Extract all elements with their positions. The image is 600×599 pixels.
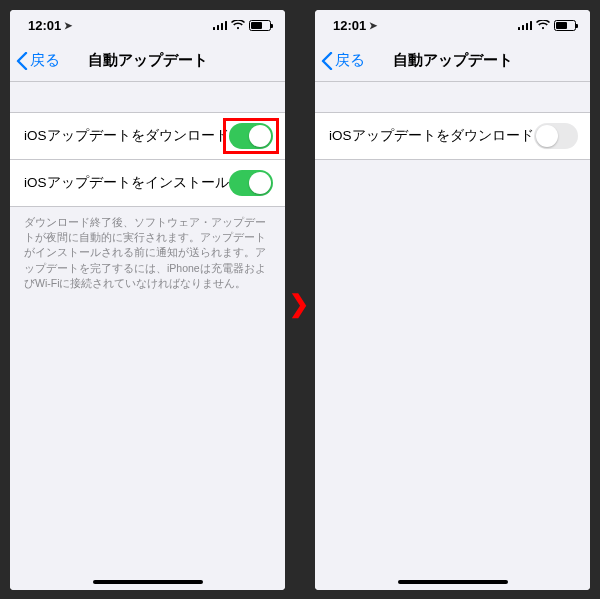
back-button[interactable]: 戻る bbox=[315, 51, 365, 70]
status-time: 12:01 bbox=[28, 18, 61, 33]
row-download-updates[interactable]: iOSアップデートをダウンロード bbox=[10, 112, 285, 160]
nav-bar: 戻る 自動アップデート bbox=[315, 40, 590, 82]
toggle-install-updates[interactable] bbox=[229, 170, 273, 196]
back-button[interactable]: 戻る bbox=[10, 51, 60, 70]
phone-before: 12:01 ➤ 戻る 自動アップデート iOSアップデートをダウンロード iOS… bbox=[10, 10, 285, 590]
row-download-updates[interactable]: iOSアップデートをダウンロード bbox=[315, 112, 590, 160]
row-label: iOSアップデートをインストール bbox=[24, 174, 229, 192]
content-area: iOSアップデートをダウンロード bbox=[315, 82, 590, 590]
row-label: iOSアップデートをダウンロード bbox=[329, 127, 534, 145]
toggle-download-updates[interactable] bbox=[534, 123, 578, 149]
back-label: 戻る bbox=[30, 51, 60, 70]
home-indicator[interactable] bbox=[93, 580, 203, 585]
toggle-download-updates[interactable] bbox=[229, 123, 273, 149]
status-bar: 12:01 ➤ bbox=[315, 10, 590, 40]
battery-icon bbox=[249, 20, 271, 31]
phone-after: 12:01 ➤ 戻る 自動アップデート iOSアップデートをダウンロード bbox=[315, 10, 590, 590]
location-icon: ➤ bbox=[64, 20, 72, 31]
footer-note: ダウンロード終了後、ソフトウェア・アップデートが夜間に自動的に実行されます。アッ… bbox=[10, 207, 285, 291]
signal-icon bbox=[213, 20, 228, 30]
status-bar: 12:01 ➤ bbox=[10, 10, 285, 40]
row-label: iOSアップデートをダウンロード bbox=[24, 127, 229, 145]
nav-bar: 戻る 自動アップデート bbox=[10, 40, 285, 82]
wifi-icon bbox=[536, 20, 550, 30]
signal-icon bbox=[518, 20, 533, 30]
content-area: iOSアップデートをダウンロード iOSアップデートをインストール ダウンロード… bbox=[10, 82, 285, 590]
status-right bbox=[518, 20, 577, 31]
battery-icon bbox=[554, 20, 576, 31]
back-label: 戻る bbox=[335, 51, 365, 70]
arrow-icon: ❯ bbox=[289, 290, 309, 318]
chevron-left-icon bbox=[321, 52, 333, 70]
status-time: 12:01 bbox=[333, 18, 366, 33]
wifi-icon bbox=[231, 20, 245, 30]
row-install-updates[interactable]: iOSアップデートをインストール bbox=[10, 160, 285, 207]
status-right bbox=[213, 20, 272, 31]
location-icon: ➤ bbox=[369, 20, 377, 31]
home-indicator[interactable] bbox=[398, 580, 508, 585]
chevron-left-icon bbox=[16, 52, 28, 70]
